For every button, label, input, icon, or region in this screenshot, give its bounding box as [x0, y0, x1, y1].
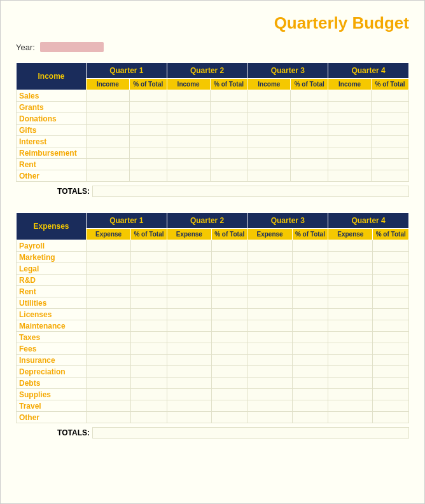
income-data-cell[interactable]: [87, 113, 130, 125]
expense-data-cell[interactable]: [328, 275, 373, 286]
expense-data-cell[interactable]: [131, 240, 167, 252]
expense-data-cell[interactable]: [87, 389, 131, 400]
expense-data-cell[interactable]: [328, 343, 373, 355]
expense-data-cell[interactable]: [328, 297, 373, 309]
expense-data-cell[interactable]: [87, 400, 131, 412]
expense-data-cell[interactable]: [87, 286, 131, 297]
expense-data-cell[interactable]: [292, 320, 328, 332]
income-data-cell[interactable]: [87, 170, 130, 182]
expense-data-cell[interactable]: [131, 343, 167, 355]
expense-data-cell[interactable]: [131, 389, 167, 400]
income-data-cell[interactable]: [328, 147, 372, 159]
income-data-cell[interactable]: [167, 170, 210, 182]
income-data-cell[interactable]: [210, 102, 247, 113]
expense-data-cell[interactable]: [167, 389, 211, 400]
income-data-cell[interactable]: [167, 136, 210, 147]
income-data-cell[interactable]: [371, 136, 408, 147]
expense-data-cell[interactable]: [292, 286, 328, 297]
expense-data-cell[interactable]: [167, 378, 211, 389]
expense-data-cell[interactable]: [87, 355, 131, 366]
expense-data-cell[interactable]: [167, 297, 211, 309]
expense-data-cell[interactable]: [211, 240, 247, 252]
expense-data-cell[interactable]: [167, 332, 211, 343]
expense-data-cell[interactable]: [87, 412, 131, 423]
income-data-cell[interactable]: [87, 147, 130, 159]
expense-data-cell[interactable]: [211, 309, 247, 320]
expense-data-cell[interactable]: [211, 263, 247, 275]
income-data-cell[interactable]: [167, 90, 210, 102]
income-data-cell[interactable]: [291, 113, 328, 125]
expense-data-cell[interactable]: [247, 332, 292, 343]
income-data-cell[interactable]: [167, 147, 210, 159]
expense-data-cell[interactable]: [292, 275, 328, 286]
expense-data-cell[interactable]: [247, 263, 292, 275]
expense-data-cell[interactable]: [167, 412, 211, 423]
expense-data-cell[interactable]: [87, 332, 131, 343]
expense-data-cell[interactable]: [328, 252, 373, 263]
expense-data-cell[interactable]: [131, 252, 167, 263]
expense-data-cell[interactable]: [247, 355, 292, 366]
expense-data-cell[interactable]: [373, 309, 409, 320]
income-data-cell[interactable]: [328, 159, 372, 170]
expense-data-cell[interactable]: [167, 240, 211, 252]
income-data-cell[interactable]: [371, 159, 408, 170]
expense-data-cell[interactable]: [211, 412, 247, 423]
expense-data-cell[interactable]: [328, 378, 373, 389]
income-data-cell[interactable]: [129, 90, 167, 102]
income-data-cell[interactable]: [129, 136, 167, 147]
expense-data-cell[interactable]: [292, 252, 328, 263]
expense-data-cell[interactable]: [247, 240, 292, 252]
expense-data-cell[interactable]: [373, 343, 409, 355]
income-data-cell[interactable]: [371, 170, 408, 182]
expense-data-cell[interactable]: [247, 309, 292, 320]
expense-data-cell[interactable]: [131, 309, 167, 320]
income-data-cell[interactable]: [371, 102, 408, 113]
expense-data-cell[interactable]: [247, 252, 292, 263]
income-data-cell[interactable]: [371, 125, 408, 136]
income-data-cell[interactable]: [247, 113, 291, 125]
expense-data-cell[interactable]: [373, 320, 409, 332]
expense-data-cell[interactable]: [328, 412, 373, 423]
expense-data-cell[interactable]: [247, 378, 292, 389]
expense-data-cell[interactable]: [373, 275, 409, 286]
income-data-cell[interactable]: [129, 170, 167, 182]
expense-data-cell[interactable]: [131, 275, 167, 286]
expense-data-cell[interactable]: [87, 378, 131, 389]
expense-data-cell[interactable]: [328, 309, 373, 320]
income-data-cell[interactable]: [210, 159, 247, 170]
income-data-cell[interactable]: [291, 125, 328, 136]
income-data-cell[interactable]: [167, 159, 210, 170]
income-data-cell[interactable]: [328, 170, 372, 182]
income-data-cell[interactable]: [247, 90, 291, 102]
income-data-cell[interactable]: [247, 147, 291, 159]
expense-data-cell[interactable]: [131, 332, 167, 343]
expense-data-cell[interactable]: [247, 389, 292, 400]
income-data-cell[interactable]: [210, 136, 247, 147]
expense-data-cell[interactable]: [292, 400, 328, 412]
expense-data-cell[interactable]: [87, 252, 131, 263]
expense-data-cell[interactable]: [247, 286, 292, 297]
expense-data-cell[interactable]: [211, 275, 247, 286]
expense-data-cell[interactable]: [373, 389, 409, 400]
expense-data-cell[interactable]: [167, 286, 211, 297]
income-data-cell[interactable]: [247, 102, 291, 113]
expense-data-cell[interactable]: [211, 366, 247, 378]
expense-data-cell[interactable]: [167, 275, 211, 286]
expense-data-cell[interactable]: [292, 355, 328, 366]
expense-data-cell[interactable]: [211, 297, 247, 309]
expense-data-cell[interactable]: [292, 263, 328, 275]
expense-data-cell[interactable]: [131, 400, 167, 412]
expense-data-cell[interactable]: [373, 412, 409, 423]
income-data-cell[interactable]: [371, 113, 408, 125]
expense-data-cell[interactable]: [211, 400, 247, 412]
expense-data-cell[interactable]: [167, 320, 211, 332]
expense-data-cell[interactable]: [131, 286, 167, 297]
expense-data-cell[interactable]: [167, 400, 211, 412]
expense-data-cell[interactable]: [211, 286, 247, 297]
expense-data-cell[interactable]: [131, 355, 167, 366]
expense-data-cell[interactable]: [373, 286, 409, 297]
income-data-cell[interactable]: [247, 136, 291, 147]
income-data-cell[interactable]: [87, 159, 130, 170]
income-data-cell[interactable]: [328, 125, 372, 136]
expense-data-cell[interactable]: [373, 297, 409, 309]
